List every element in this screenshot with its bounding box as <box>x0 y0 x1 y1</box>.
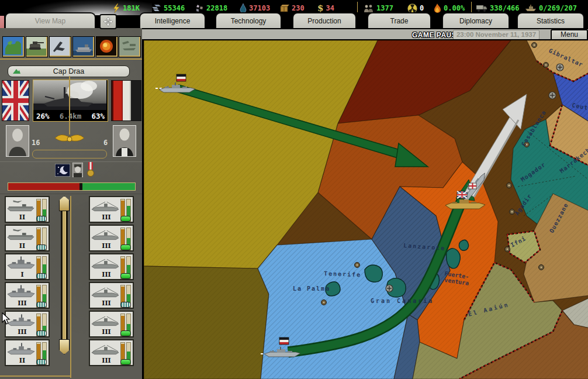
mapmode-air-units-button[interactable] <box>49 36 71 57</box>
unit-card-battleship[interactable]: III <box>5 282 50 309</box>
unit-card-submarine[interactable]: III <box>89 196 134 223</box>
unit-status-pill <box>36 302 47 308</box>
tab-diplomacy[interactable]: Diplomacy <box>442 12 510 28</box>
mapmode-combat-button[interactable] <box>96 36 118 57</box>
cruiser-icon <box>6 313 36 328</box>
unit-status-pill <box>36 273 47 279</box>
unit-status-pill <box>120 359 131 365</box>
unit-card-cruiser[interactable]: II <box>5 339 50 366</box>
money-value: 34 <box>326 4 334 12</box>
unit-model-numeral: III <box>95 213 118 221</box>
transports-value: 338/466 <box>490 4 520 12</box>
defender-commander-portrait <box>113 125 136 157</box>
submarine-icon <box>91 256 120 271</box>
separator <box>357 2 358 12</box>
convoys-value: 0/269/207 <box>539 4 577 12</box>
medal-icon <box>87 162 94 177</box>
unit-card-submarine[interactable]: III <box>89 311 134 337</box>
province-name: Cap Draa <box>21 67 116 75</box>
unit-model-numeral: II <box>11 213 34 221</box>
separator <box>471 2 472 12</box>
tab-intelligence[interactable]: Intelligence <box>139 12 206 28</box>
unit-model-numeral: II <box>11 357 34 364</box>
unit-model-numeral: III <box>95 328 118 336</box>
unit-card-submarine[interactable]: III <box>89 225 134 251</box>
mapmode-land-units-button[interactable] <box>26 36 48 57</box>
edge-flag-sliver <box>0 16 4 28</box>
night-modifier-icon <box>55 164 70 177</box>
carrier-icon <box>6 198 36 213</box>
manpower-icon <box>364 4 374 13</box>
label-la-palma: La Palma <box>293 285 330 292</box>
unit-status-pill <box>120 216 131 222</box>
unit-model-numeral: III <box>95 299 118 307</box>
unit-model-numeral: III <box>11 299 34 307</box>
move-window-button[interactable] <box>99 14 117 29</box>
unit-scrollbar-track[interactable] <box>61 210 68 340</box>
defender-progress: 63% <box>91 112 105 120</box>
attacker-ship-count: 16 <box>32 139 40 147</box>
unit-model-numeral: III <box>95 242 118 250</box>
unit-card-submarine[interactable]: III <box>89 339 134 366</box>
rare-materials-value: 22818 <box>206 4 227 12</box>
divider <box>0 375 71 377</box>
attacker-flag-uk <box>2 80 29 121</box>
mapmode-naval-units-button[interactable] <box>72 36 95 57</box>
mapmode-terrain-button[interactable] <box>2 36 25 57</box>
connector-line <box>69 76 70 135</box>
island-lanzarote-north <box>459 240 468 250</box>
carrier-icon <box>6 227 36 242</box>
status-bar: GAME PAUSED 23:00 November 11, 1937 Menu <box>142 28 588 40</box>
unit-card-submarine[interactable]: III <box>89 253 134 280</box>
tab-technology[interactable]: Technology <box>215 12 282 28</box>
rare-materials-icon <box>195 4 204 13</box>
supplies-crate-icon <box>279 4 289 13</box>
mapmode-combined-button[interactable] <box>119 36 141 57</box>
unit-status-pill <box>36 216 47 222</box>
tab-label: View Map <box>35 17 65 25</box>
date-display: 23:00 November 11, 1937 <box>453 30 539 40</box>
metal-value: 55346 <box>164 4 185 12</box>
top-resource-bar: 181K 55346 22818 37103 230 $ 34 <box>0 0 588 28</box>
tab-statistics[interactable]: Statistics <box>517 12 584 28</box>
white-ensign-marker <box>469 183 476 189</box>
tab-trade[interactable]: Trade <box>367 12 431 28</box>
battle-progress-row: 26% 6.4km 63% <box>33 111 108 121</box>
uk-flag-marker <box>457 191 467 198</box>
cruiser-icon <box>6 342 36 357</box>
unit-card-carrier[interactable]: II <box>5 196 50 223</box>
unit-model-numeral: II <box>11 242 34 250</box>
battleship-icon <box>6 284 36 299</box>
truck-icon <box>476 4 487 12</box>
province-terrain-icon <box>12 68 21 75</box>
island-lanzarote <box>447 249 461 268</box>
four-way-arrow-icon <box>103 17 113 26</box>
scroll-up-arrow[interactable] <box>59 196 70 211</box>
tab-production[interactable]: Production <box>292 12 357 28</box>
battle-strength-bar <box>8 182 136 191</box>
submarine-icon <box>91 313 120 328</box>
unit-status-pill <box>120 330 131 336</box>
nuclear-value: 0 <box>420 4 424 12</box>
tab-label: Trade <box>390 17 409 25</box>
battle-distance: 6.4km <box>50 112 92 120</box>
naval-battle-image: 26% 6.4km 63% <box>33 80 108 122</box>
oil-value: 37103 <box>249 4 270 12</box>
scroll-down-arrow[interactable] <box>59 339 70 354</box>
unit-card-cruiser[interactable]: III <box>5 311 50 337</box>
attacker-progress: 26% <box>36 112 50 120</box>
defender-ship-count: 6 <box>103 139 108 147</box>
tab-view-map[interactable]: View Map <box>5 12 96 28</box>
unit-card-submarine[interactable]: III <box>89 282 134 309</box>
unit-model-numeral: III <box>95 357 118 364</box>
defender-flag <box>111 80 141 121</box>
oil-drop-icon <box>240 4 247 13</box>
divider <box>70 196 71 378</box>
unit-card-carrier[interactable]: II <box>5 225 50 251</box>
metal-icon <box>151 4 161 12</box>
label-gran-canaria: Gran Canaria <box>371 298 434 304</box>
divider <box>0 194 142 194</box>
submarine-icon <box>91 198 120 213</box>
unit-card-battleship[interactable]: I <box>5 253 50 280</box>
world-map[interactable]: Tenerife La Palma Gran Canaria Fuerte- v… <box>142 39 588 379</box>
